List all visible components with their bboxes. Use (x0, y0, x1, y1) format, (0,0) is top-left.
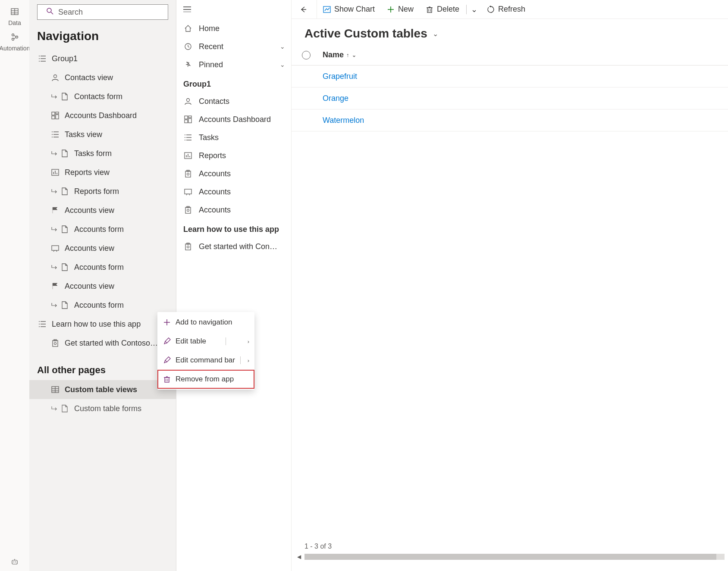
slide-icon (50, 244, 60, 252)
sidebar-label: Recent (199, 42, 223, 51)
sidebar-accounts-2[interactable]: Accounts (176, 183, 291, 201)
sidebar-tasks[interactable]: Tasks (176, 128, 291, 147)
sub-arrow-icon (50, 150, 59, 157)
nav-item-contacts-view[interactable]: Contacts view (29, 68, 176, 87)
nav-item-accounts-view-2[interactable]: Accounts view (29, 239, 176, 258)
sidebar-label: Accounts (199, 206, 231, 215)
clipboard-icon (183, 206, 193, 214)
sort-asc-icon: ↑ (346, 52, 349, 58)
view-title-row[interactable]: Active Custom tables ⌄ (292, 19, 728, 45)
nav-item-label: Accounts view (65, 244, 114, 253)
chevron-down-icon: ⌄ (280, 61, 285, 68)
menu-add-to-navigation[interactable]: Add to navigation (157, 313, 254, 332)
record-count: 1 - 3 of 3 (304, 543, 332, 550)
sidebar-group-header: Group1 (176, 74, 291, 92)
scrollbar-track[interactable] (304, 554, 725, 560)
delete-label: Delete (437, 5, 459, 14)
row-link[interactable]: Grapefruit (323, 72, 357, 81)
nav-item-contacts-form[interactable]: Contacts form (29, 87, 176, 106)
sidebar-accounts-1[interactable]: Accounts (176, 165, 291, 183)
bot-icon (11, 558, 19, 568)
nav-item-label: Get started with Contoso… (65, 339, 158, 348)
scrollbar-thumb[interactable] (304, 554, 716, 560)
menu-edit-command-bar[interactable]: Edit command bar › (157, 351, 254, 370)
nav-item-label: Custom table views (65, 385, 137, 394)
grid-row[interactable]: Orange (292, 87, 728, 109)
learn-header[interactable]: Learn how to use this app (29, 315, 176, 334)
group-label: Group1 (52, 54, 78, 63)
nav-item-accounts-view-3[interactable]: Accounts view (29, 277, 176, 296)
back-icon (299, 6, 307, 13)
rail-data[interactable]: Data (0, 4, 29, 30)
nav-item-label: Reports view (65, 168, 110, 177)
column-name[interactable]: Name ↑ ⌄ (323, 50, 356, 59)
sidebar-home[interactable]: Home (176, 19, 291, 37)
group-header[interactable]: Group1 (29, 49, 176, 68)
grid-row[interactable]: Grapefruit (292, 66, 728, 87)
dashboard-icon (183, 115, 193, 123)
sidebar-reports[interactable]: Reports (176, 147, 291, 165)
nav-item-tasks-view[interactable]: Tasks view (29, 125, 176, 144)
back-button[interactable] (293, 0, 317, 19)
nav-item-label: Accounts form (74, 225, 124, 234)
menu-remove-from-app[interactable]: Remove from app (157, 370, 254, 389)
refresh-button[interactable]: Refresh (481, 0, 531, 19)
other-pages-header: All other pages (37, 365, 176, 376)
sidebar-get-started[interactable]: Get started with Con… (176, 237, 291, 256)
nav-item-accounts-form-3[interactable]: Accounts form (29, 296, 176, 315)
clock-icon (183, 43, 193, 50)
rail-automation[interactable]: Automation (0, 30, 29, 55)
sub-arrow-icon (50, 405, 59, 412)
grid-row[interactable]: Watermelon (292, 109, 728, 131)
delete-split-button[interactable]: ⌄ (468, 0, 481, 19)
sidebar-label: Accounts (199, 187, 231, 197)
separator (226, 337, 226, 345)
nav-item-label: Tasks form (74, 149, 112, 158)
delete-button[interactable]: Delete (420, 0, 465, 19)
sidebar-pinned[interactable]: Pinned ⌄ (176, 56, 291, 74)
show-chart-button[interactable]: Show Chart (317, 0, 381, 19)
flag-icon (50, 282, 60, 290)
rail-automation-label: Automation (0, 45, 30, 52)
hamburger-icon (183, 6, 191, 12)
row-link[interactable]: Watermelon (323, 116, 364, 125)
menu-edit-table[interactable]: Edit table › (157, 332, 254, 351)
clipboard-icon (50, 339, 60, 347)
sidebar-learn-header: Learn how to use this app (176, 219, 291, 237)
nav-item-tasks-form[interactable]: Tasks form (29, 144, 176, 163)
sidebar-accounts-dashboard[interactable]: Accounts Dashboard (176, 110, 291, 128)
nav-item-accounts-form-2[interactable]: Accounts form (29, 258, 176, 277)
sub-arrow-icon (50, 264, 59, 271)
dashboard-icon (50, 112, 60, 119)
learn-label: Learn how to use this app (52, 320, 141, 329)
horizontal-scrollbar[interactable]: ◀ (292, 553, 728, 561)
row-link[interactable]: Orange (323, 94, 348, 103)
command-bar: Show Chart New Delete ⌄ Refresh (292, 0, 728, 19)
sidebar-label: Accounts Dashboard (199, 115, 271, 124)
file-icon (60, 93, 70, 100)
scroll-left-icon[interactable]: ◀ (295, 553, 303, 561)
sidebar-contacts[interactable]: Contacts (176, 92, 291, 110)
chevron-right-icon: › (248, 338, 249, 345)
rail-bot[interactable] (0, 554, 29, 571)
nav-item-reports-view[interactable]: Reports view (29, 163, 176, 182)
nav-item-accounts-dashboard[interactable]: Accounts Dashboard (29, 106, 176, 125)
nav-item-custom-table-views[interactable]: Custom table views (29, 380, 176, 399)
automation-icon (11, 33, 19, 43)
sidebar-recent[interactable]: Recent ⌄ (176, 37, 291, 56)
search-box[interactable]: Search (37, 4, 168, 20)
nav-item-reports-form[interactable]: Reports form (29, 182, 176, 201)
table-icon (11, 8, 19, 18)
nav-item-get-started[interactable]: Get started with Contoso… (29, 334, 176, 353)
nav-item-accounts-view-1[interactable]: Accounts view (29, 201, 176, 220)
show-chart-icon (323, 6, 331, 13)
sidebar-label: Accounts (199, 169, 231, 178)
nav-item-accounts-form-1[interactable]: Accounts form (29, 220, 176, 239)
sidebar-accounts-3[interactable]: Accounts (176, 201, 291, 219)
select-all-checkbox[interactable] (302, 51, 311, 59)
nav-item-label: Accounts form (74, 263, 124, 272)
nav-item-label: Accounts view (65, 282, 114, 291)
nav-item-custom-table-forms[interactable]: Custom table forms (29, 399, 176, 418)
hamburger-button[interactable] (176, 0, 291, 19)
new-button[interactable]: New (381, 0, 420, 19)
